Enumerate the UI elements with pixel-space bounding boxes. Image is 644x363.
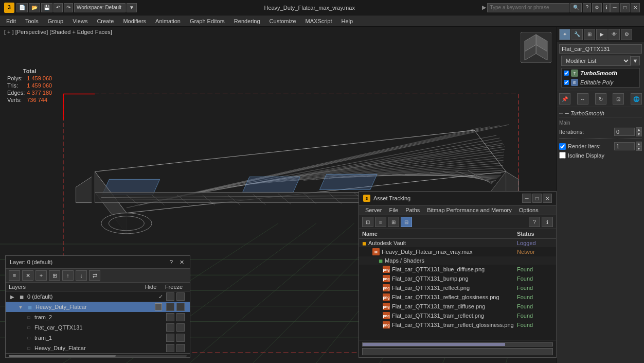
asset-tb-btn2[interactable]: ≡ <box>375 217 386 227</box>
help-icon[interactable]: ? <box>583 3 591 12</box>
undo-btn[interactable]: ↶ <box>53 3 63 12</box>
list-item[interactable]: □ Heavy_Duty_Flatcar <box>6 343 190 353</box>
asset-tb-btn4[interactable]: ⊟ <box>401 217 412 227</box>
scroll-thumb[interactable] <box>9 355 116 357</box>
asset-menu-file[interactable]: File <box>386 206 401 214</box>
maximize-button[interactable]: □ <box>620 3 630 12</box>
layer-tool-1[interactable]: ≡ <box>9 270 20 281</box>
ts-render-checkbox[interactable] <box>559 143 566 150</box>
layer-hide-cell[interactable] <box>166 323 174 332</box>
layer-hide-cell[interactable] <box>166 313 174 321</box>
list-item[interactable]: png Flat_car_QTTX131_reflect.png Found <box>359 283 556 292</box>
ts-collapse-button[interactable]: ─ <box>559 111 563 116</box>
asset-tb-btn1[interactable]: ⊡ <box>362 217 373 227</box>
ts-isoline-checkbox[interactable] <box>559 152 566 159</box>
list-item[interactable]: png Flat_car_QTTX131_tram_reflect_glossi… <box>359 320 556 330</box>
modifier-checkbox[interactable] <box>564 71 569 76</box>
asset-minimize-button[interactable]: ─ <box>522 194 531 203</box>
object-name-field[interactable] <box>559 44 642 54</box>
menu-tools[interactable]: Tools <box>21 17 43 25</box>
layer-freeze-cell[interactable] <box>176 313 185 321</box>
search-btn[interactable]: 🔍 <box>570 3 582 12</box>
layer-tool-3[interactable]: + <box>35 270 47 281</box>
workspace-expand[interactable]: ▼ <box>127 3 137 12</box>
rp-hierarchy-icon[interactable]: ⊞ <box>584 29 595 40</box>
layer-hide-cell[interactable] <box>166 303 174 311</box>
modifier-editable-poly[interactable]: E Editable Poly <box>562 78 639 87</box>
menu-help[interactable]: Help <box>337 17 357 25</box>
rp-utility-icon[interactable]: ⚙ <box>621 29 632 40</box>
list-item[interactable]: □ Flat_car_QTTX131 <box>6 322 190 333</box>
modifier-turbosmooth[interactable]: T TurboSmooth <box>562 68 639 78</box>
asset-menu-options[interactable]: Options <box>516 206 542 214</box>
menu-customize[interactable]: Customize <box>265 17 300 25</box>
layer-freeze-cell[interactable] <box>176 344 185 352</box>
rotate-icon[interactable]: ↻ <box>595 93 606 105</box>
menu-rendering[interactable]: Rendering <box>230 17 264 25</box>
ts-render-down-btn[interactable]: ▼ <box>636 146 642 151</box>
pin-icon[interactable]: 📌 <box>559 93 570 105</box>
layer-scrollbar[interactable] <box>6 353 190 357</box>
asset-maximize-button[interactable]: □ <box>532 194 542 203</box>
settings-icon[interactable]: ⚙ <box>592 3 602 12</box>
list-item[interactable]: png Flat_car_QTTX131_blue_diffuse.png Fo… <box>359 265 556 274</box>
workspace-dropdown[interactable]: Workspace: Default <box>74 3 126 12</box>
ts-render-input[interactable] <box>614 142 635 150</box>
layer-tool-6[interactable]: ↓ <box>76 270 87 281</box>
asset-menu-paths[interactable]: Paths <box>402 206 423 214</box>
asset-menu-bitmap[interactable]: Bitmap Performance and Memory <box>424 206 514 214</box>
close-button[interactable]: ✕ <box>631 3 640 12</box>
list-item[interactable]: ▼ ◼ Heavy_Duty_Flatcar <box>6 302 190 312</box>
search-input[interactable] <box>487 3 569 12</box>
list-item[interactable]: png Flat_car_QTTX131_reflect_glossiness.… <box>359 292 556 302</box>
menu-graph-editors[interactable]: Graph Editors <box>186 17 229 25</box>
save-btn[interactable]: 💾 <box>41 3 52 12</box>
asset-tb-btn3[interactable]: ⊞ <box>388 217 399 227</box>
menu-create[interactable]: Create <box>93 17 118 25</box>
menu-views[interactable]: Views <box>68 17 92 25</box>
move-icon[interactable]: ↔ <box>577 93 588 105</box>
list-item[interactable]: png Flat_car_QTTX131_bump.png Found <box>359 274 556 283</box>
list-item[interactable]: png Flat_car_QTTX131_tram_reflect.png Fo… <box>359 311 556 320</box>
ts-iterations-input[interactable] <box>614 128 635 136</box>
rp-display-icon[interactable]: 👁 <box>609 29 620 40</box>
menu-edit[interactable]: Edit <box>2 17 20 25</box>
asset-tb-info[interactable]: ℹ <box>542 217 553 227</box>
layer-help-button[interactable]: ? <box>167 258 175 266</box>
list-item[interactable]: M Heavy_Duty_Flatcar_max_vray.max Networ <box>359 247 556 256</box>
rp-motion-icon[interactable]: ▶ <box>596 29 607 40</box>
layer-hide-cell[interactable] <box>166 292 174 301</box>
menu-group[interactable]: Group <box>44 17 68 25</box>
ts-render-up-btn[interactable]: ▲ <box>636 142 642 146</box>
layer-freeze-cell[interactable] <box>176 323 185 332</box>
menu-modifiers[interactable]: Modifiers <box>119 17 150 25</box>
list-item[interactable]: □ tram_2 <box>6 312 190 322</box>
layer-freeze-cell[interactable] <box>176 303 185 311</box>
open-btn[interactable]: 📂 <box>29 3 40 12</box>
redo-btn[interactable]: ↷ <box>64 3 73 12</box>
layer-visibility-box[interactable] <box>155 303 162 310</box>
viewport[interactable]: [ + ] [Perspective] [Shaded + Edged Face… <box>0 27 557 363</box>
scale-icon[interactable]: ⊡ <box>613 93 624 105</box>
layer-hide-cell[interactable] <box>166 344 174 352</box>
asset-tb-help[interactable]: ? <box>529 217 540 227</box>
ts-down-btn[interactable]: ▼ <box>636 132 642 136</box>
layer-hide-cell[interactable] <box>166 334 174 342</box>
menu-animation[interactable]: Animation <box>151 17 185 25</box>
list-item[interactable]: □ tram_1 <box>6 333 190 343</box>
layer-tool-4[interactable]: ⊞ <box>49 270 60 281</box>
info-icon[interactable]: ℹ <box>603 3 610 12</box>
layer-tool-2[interactable]: ✕ <box>22 270 33 281</box>
layer-freeze-cell[interactable] <box>176 292 185 301</box>
layer-close-button[interactable]: ✕ <box>177 258 186 266</box>
modifier-expand-button[interactable]: ▼ <box>631 56 640 65</box>
modifier-dropdown[interactable]: Modifier List <box>561 56 631 66</box>
list-item[interactable]: ▶ ◼ 0 (default) ✓ <box>6 291 190 302</box>
list-item[interactable]: ◼ Maps / Shaders <box>359 256 556 265</box>
asset-menu-server[interactable]: Server <box>362 206 385 214</box>
new-btn[interactable]: 📄 <box>16 3 28 12</box>
environment-icon[interactable]: 🌐 <box>631 93 642 105</box>
modifier-checkbox[interactable] <box>564 80 569 85</box>
layer-freeze-cell[interactable] <box>176 334 185 342</box>
layer-tool-5[interactable]: ↑ <box>62 270 74 281</box>
